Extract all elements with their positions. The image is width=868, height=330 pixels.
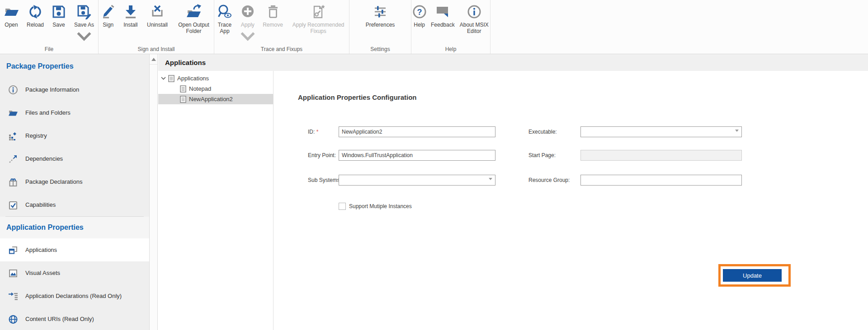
button-label: About MSIX Editor — [458, 22, 490, 34]
ribbon-group-label-sign-install: Sign and Install — [99, 46, 214, 52]
executable-input[interactable] — [581, 127, 732, 137]
button-label: Open Output Folder — [174, 22, 214, 34]
save-button[interactable]: Save — [49, 4, 69, 28]
open-output-folder-button[interactable]: Open Output Folder — [174, 4, 214, 34]
sidebar-item-dependencies[interactable]: Dependencies — [0, 147, 149, 170]
about-msix-editor-button[interactable]: About MSIX Editor — [458, 4, 490, 34]
ribbon-group-label-help: Help — [411, 46, 490, 52]
support-multiple-instances-checkbox[interactable] — [339, 203, 346, 210]
dependencies-arrow-icon — [8, 154, 18, 164]
feedback-button[interactable]: Feedback — [429, 4, 456, 28]
info-circle-icon — [8, 85, 18, 95]
document-icon — [168, 75, 175, 82]
ribbon-group-file: Open Reload — [0, 0, 99, 54]
scroll-up-icon[interactable] — [151, 58, 156, 61]
entry-point-label: Entry Point: — [308, 150, 336, 161]
tree-item-newapplication2[interactable]: NewApplication2 — [158, 94, 273, 104]
ribbon-group-label-settings: Settings — [349, 46, 411, 52]
sidebar-item-label: Package Declarations — [25, 178, 82, 185]
checkbox-check-icon — [8, 200, 18, 210]
sidebar-item-registry[interactable]: Registry — [0, 124, 149, 147]
help-button[interactable]: ? Help — [411, 4, 427, 28]
button-label: Remove — [263, 22, 283, 28]
sidebar-item-files-and-folders[interactable]: Files and Folders — [0, 101, 149, 124]
scrollbar-divider — [150, 64, 157, 65]
support-multiple-instances-label: Support Mutiple Instances — [349, 202, 412, 210]
folder-icon — [8, 108, 18, 118]
combo-arrow-icon[interactable] — [489, 178, 492, 180]
start-page-input — [580, 150, 742, 161]
sidebar-scrollbar[interactable] — [149, 54, 158, 330]
form-heading: Application Properties Configuration — [298, 93, 417, 101]
button-label: Trace App — [214, 22, 235, 34]
ribbon-toolbar: Open Reload — [0, 0, 868, 54]
msix-editor-window: Open Reload — [0, 0, 868, 330]
sidebar-item-label: Content URIs (Read Only) — [25, 316, 94, 322]
document-icon — [180, 85, 186, 93]
sidebar-item-applications[interactable]: Applications — [0, 238, 149, 261]
preferences-button[interactable]: Preferences — [362, 4, 398, 28]
button-label: Help — [414, 22, 425, 28]
remove-trash-icon — [265, 4, 281, 19]
button-label: Apply Recommended Fixups — [288, 22, 349, 34]
panel-header: Applications — [158, 54, 868, 71]
sidebar-item-content-uris[interactable]: Content URIs (Read Only) — [0, 307, 149, 330]
button-label: Install — [123, 22, 137, 28]
ribbon-group-label-file: File — [0, 46, 98, 52]
app-windows-icon — [8, 245, 18, 255]
id-input[interactable] — [339, 126, 495, 137]
sign-pencil-icon — [100, 4, 116, 19]
document-icon — [180, 96, 186, 103]
start-page-label: Start Page: — [528, 150, 556, 161]
sidebar-item-package-declarations[interactable]: Package Declarations — [0, 170, 149, 193]
sidebar-item-label: Application Declarations (Read Only) — [25, 293, 122, 299]
executable-combobox[interactable] — [580, 126, 742, 137]
sidebar-item-application-declarations[interactable]: Application Declarations (Read Only) — [0, 284, 149, 307]
open-output-folder-icon — [186, 4, 201, 19]
update-button[interactable]: Update — [723, 269, 782, 282]
resource-group-input[interactable] — [580, 175, 742, 186]
reload-button[interactable]: Reload — [24, 4, 47, 28]
navigation-sidebar: Package Properties Package Information F… — [0, 54, 149, 330]
sidebar-item-visual-assets[interactable]: Visual Assets — [0, 261, 149, 284]
apply-button: Apply — [237, 4, 258, 44]
button-label: Save As — [74, 22, 94, 28]
remove-button: Remove — [260, 4, 285, 28]
combo-arrow-icon[interactable] — [735, 130, 739, 132]
tree-item-label: Applications — [177, 75, 209, 82]
tree-item-notepad[interactable]: Notepad — [158, 84, 273, 94]
ribbon-group-help: ? Help Feedback — [411, 0, 491, 54]
chevron-down-icon[interactable] — [161, 77, 166, 80]
save-as-icon — [76, 4, 92, 19]
install-button[interactable]: Install — [120, 4, 141, 28]
sub-systems-combobox[interactable] — [339, 175, 495, 186]
image-icon — [8, 268, 18, 278]
chevron-down-icon — [76, 28, 92, 44]
svg-text:?: ? — [417, 8, 422, 17]
sidebar-item-capabilities[interactable]: Capabilities — [0, 193, 149, 216]
application-properties-header: Application Properties — [0, 217, 149, 238]
save-as-button[interactable]: Save As — [71, 4, 97, 44]
install-arrow-icon — [123, 4, 138, 19]
sidebar-item-label: Package Information — [25, 86, 79, 93]
button-label: Preferences — [366, 22, 395, 28]
arrow-list-icon — [8, 291, 18, 301]
button-label: Feedback — [431, 22, 455, 28]
package-properties-header: Package Properties — [0, 54, 149, 78]
executable-label: Executable: — [528, 126, 557, 137]
sign-button[interactable]: Sign — [99, 4, 118, 28]
tree-item-applications-root[interactable]: Applications — [158, 73, 273, 84]
trace-app-icon — [217, 4, 232, 19]
feedback-icon — [435, 4, 450, 19]
trace-app-button[interactable]: Trace App — [214, 4, 235, 34]
sub-systems-input[interactable] — [339, 175, 486, 185]
button-label: Open — [5, 22, 18, 28]
open-button[interactable]: Open — [1, 4, 22, 28]
ribbon-group-sign-install: Sign Install Uninstall — [99, 0, 214, 54]
entry-point-input[interactable] — [339, 150, 495, 161]
uninstall-button[interactable]: Uninstall — [143, 4, 171, 28]
open-folder-icon — [4, 4, 19, 19]
sidebar-item-package-information[interactable]: Package Information — [0, 78, 149, 101]
button-label: Uninstall — [147, 22, 168, 28]
sub-systems-label: Sub Systems: — [308, 175, 341, 186]
